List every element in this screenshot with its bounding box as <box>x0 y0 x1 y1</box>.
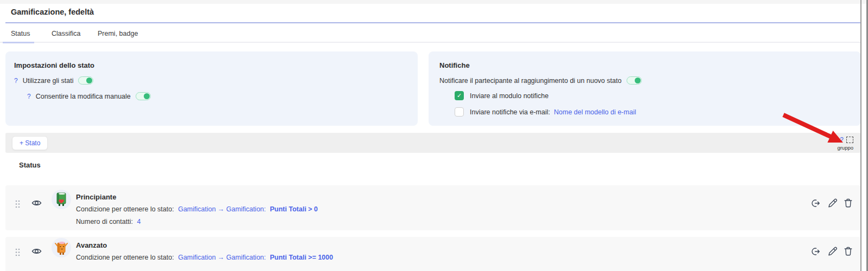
badge-icon <box>52 238 71 257</box>
condition-prefix: Condizione per ottenere lo stato: <box>76 205 174 213</box>
visibility-eye-icon[interactable] <box>31 247 42 255</box>
contacts-label: Numero di contatti: <box>76 218 133 225</box>
email-checkbox-label: Inviare notifiche via e-mail: <box>470 108 550 116</box>
move-transition-icon[interactable] <box>811 247 821 256</box>
use-states-label: Utilizzare gli stati <box>23 77 74 85</box>
status-condition: Condizione per ottenere lo stato: Gamifi… <box>76 254 333 261</box>
status-settings-panel: Impostazioni dello stato ? Utilizzare gl… <box>5 51 418 126</box>
manual-edit-toggle[interactable] <box>136 92 151 100</box>
window-top-strip <box>0 0 868 4</box>
delete-trash-icon[interactable] <box>844 247 852 256</box>
vertical-scrollbar[interactable] <box>860 0 861 271</box>
manual-edit-setting: ? Consentire la modifica manuale <box>27 92 151 100</box>
notify-setting: Notificare il partecipante al raggiungim… <box>439 76 642 85</box>
badge-icon <box>52 190 71 209</box>
manual-edit-label: Consentire la modifica manuale <box>36 93 131 100</box>
tab-premi-badge[interactable]: Premi, badge <box>98 30 138 37</box>
tab-classifica[interactable]: Classifica <box>52 30 81 37</box>
row-actions <box>811 247 852 256</box>
status-toolbar: + Stato ? gruppo <box>5 133 861 153</box>
drag-handle-icon[interactable] <box>15 200 20 208</box>
notifications-panel: Notifiche Notificare il partecipante al … <box>429 51 861 126</box>
use-states-setting: ? Utilizzare gli stati <box>14 76 93 85</box>
status-section-title: Status <box>19 161 41 169</box>
help-icon[interactable]: ? <box>14 77 18 85</box>
group-label: gruppo <box>837 145 853 151</box>
email-checkbox[interactable] <box>455 107 464 117</box>
group-selection-icon[interactable] <box>846 137 853 143</box>
edit-pencil-icon[interactable] <box>828 198 837 208</box>
condition-prefix: Condizione per ottenere lo stato: <box>76 254 174 261</box>
group-control: ? gruppo <box>837 136 853 151</box>
status-name: Principiante <box>76 193 116 201</box>
delete-trash-icon[interactable] <box>844 198 852 208</box>
module-checkbox-label: Inviare al modulo notifiche <box>470 92 548 100</box>
email-template-link[interactable]: Nome del modello di e-mail <box>554 108 636 116</box>
notify-toggle[interactable] <box>627 76 642 85</box>
row-actions <box>811 198 852 208</box>
status-condition: Condizione per ottenere lo stato: Gamifi… <box>76 205 318 213</box>
help-icon[interactable]: ? <box>840 136 844 144</box>
contacts-line: Numero di contatti: 4 <box>76 218 141 225</box>
tab-status[interactable]: Status <box>11 30 30 37</box>
drag-handle-icon[interactable] <box>15 248 20 256</box>
condition-chain-link[interactable]: Gamification → Gamification: <box>178 205 266 213</box>
condition-value-link[interactable]: Punti Totali >= 1000 <box>270 254 333 261</box>
condition-value-link[interactable]: Punti Totali > 0 <box>270 205 318 213</box>
edit-pencil-icon[interactable] <box>828 247 837 256</box>
move-transition-icon[interactable] <box>811 199 821 208</box>
use-states-toggle[interactable] <box>78 76 93 85</box>
gamification-settings-screen: Gamificazione, fedeltà Status Classifica… <box>0 0 868 271</box>
tab-bar: Status Classifica Premi, badge <box>0 26 861 43</box>
help-icon[interactable]: ? <box>27 93 31 100</box>
title-divider <box>5 22 861 23</box>
add-status-button[interactable]: + Stato <box>12 136 48 150</box>
module-checkbox[interactable]: ✓ <box>455 91 464 100</box>
active-tab-indicator <box>3 42 34 43</box>
status-name: Avanzato <box>76 241 107 249</box>
status-row-principiante: Principiante Condizione per ottenere lo … <box>5 185 861 230</box>
contacts-count-link[interactable]: 4 <box>137 218 141 225</box>
status-settings-title: Impostazioni dello stato <box>14 61 94 69</box>
condition-chain-link[interactable]: Gamification → Gamification: <box>178 254 266 261</box>
notifications-title: Notifiche <box>439 61 470 69</box>
module-checkbox-row: ✓ Inviare al modulo notifiche <box>455 91 548 100</box>
status-row-avanzato: Avanzato Condizione per ottenere lo stat… <box>5 237 861 271</box>
page-title: Gamificazione, fedeltà <box>11 8 94 16</box>
visibility-eye-icon[interactable] <box>31 199 42 207</box>
notify-toggle-label: Notificare il partecipante al raggiungim… <box>439 77 622 85</box>
email-checkbox-row: Inviare notifiche via e-mail: Nome del m… <box>455 107 636 117</box>
